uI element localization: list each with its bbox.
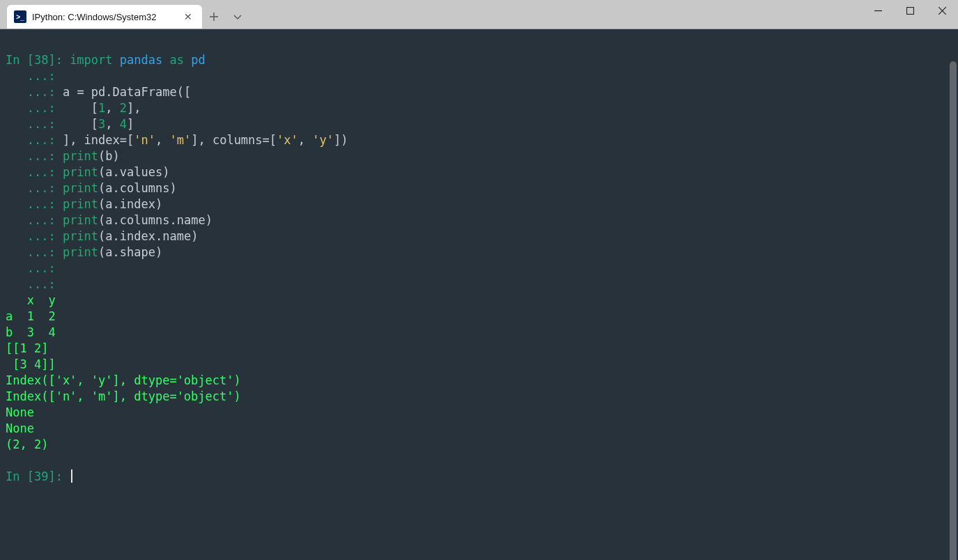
continuation-prompt: ...: — [6, 69, 63, 83]
output-line: None — [6, 405, 34, 419]
output-line: None — [6, 421, 34, 435]
output-line: a 1 2 — [6, 309, 56, 323]
output-line: (2, 2) — [6, 437, 48, 451]
close-tab-icon[interactable]: ✕ — [184, 12, 192, 22]
minimize-button[interactable] — [862, 0, 894, 22]
output-line: Index(['x', 'y'], dtype='object') — [6, 373, 241, 387]
scrollbar-thumb[interactable] — [950, 61, 957, 560]
terminal-area[interactable]: In [38]: import pandas as pd ...: ...: a… — [0, 29, 958, 560]
window-controls — [862, 0, 958, 29]
output-line: b 3 4 — [6, 325, 56, 339]
title-bar: >_ IPython: C:Windows/System32 ✕ — [0, 0, 958, 29]
tab-dropdown-button[interactable] — [226, 5, 249, 29]
output-line: [3 4]] — [6, 357, 56, 371]
close-window-button[interactable] — [926, 0, 958, 22]
output-line: x y — [6, 293, 56, 307]
maximize-button[interactable] — [894, 0, 926, 22]
svg-rect-0 — [906, 7, 913, 14]
new-tab-button[interactable] — [202, 5, 226, 29]
tab-title: IPython: C:Windows/System32 — [32, 12, 156, 22]
tab-active[interactable]: >_ IPython: C:Windows/System32 ✕ — [7, 5, 202, 29]
next-input-prompt: In [39]: — [6, 469, 70, 483]
input-prompt: In [38]: — [6, 53, 70, 67]
cursor — [71, 469, 72, 483]
output-line: [[1 2] — [6, 341, 48, 355]
output-line: Index(['n', 'm'], dtype='object') — [6, 389, 241, 403]
powershell-icon: >_ — [14, 10, 26, 23]
